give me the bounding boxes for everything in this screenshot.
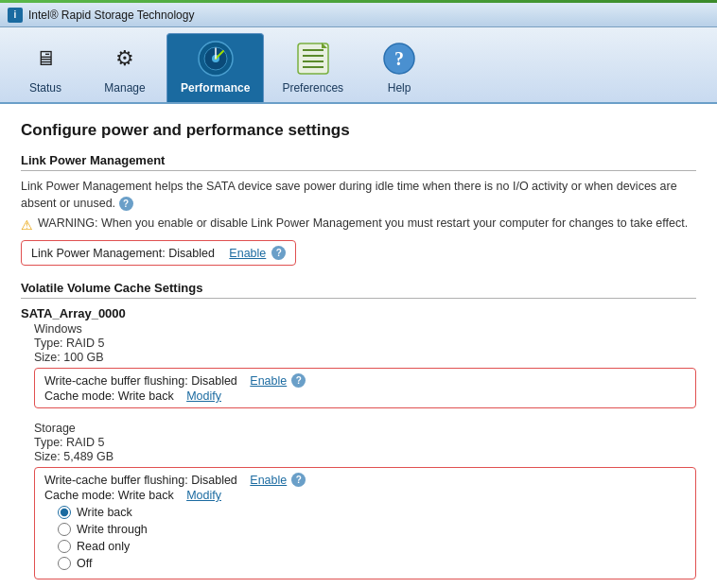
tab-help[interactable]: ? Help [361,33,437,102]
tab-manage[interactable]: ⚙ Manage [87,33,163,102]
manage-icon: ⚙ [106,40,144,78]
array-1-flush-label: Write-cache buffer flushing: Disabled [44,474,237,487]
array-1-flush-row: Write-cache buffer flushing: Disabled En… [44,473,686,487]
array-1-volume: Storage [34,422,696,435]
array-0-enable-link[interactable]: Enable [250,374,287,388]
lpm-status-box: Link Power Management: Disabled Enable ? [21,240,296,266]
radio-write-through: Write through [58,523,686,536]
lpm-help-icon[interactable]: ? [119,197,133,211]
array-1-mode-label: Cache mode: Write back [44,489,174,502]
array-0-name: SATA_Array_0000 [21,306,696,320]
array-0-flush-label: Write-cache buffer flushing: Disabled [44,374,237,388]
radio-write-back-input[interactable] [58,506,71,519]
help-icon: ? [380,40,418,78]
title-bar: i Intel® Rapid Storage Technology [0,3,717,27]
array-1-modify-link[interactable]: Modify [186,489,221,502]
tab-help-label: Help [388,81,411,95]
vvc-section-header: Volatile Volume Cache Settings [21,281,696,299]
array-1: Storage Type: RAID 5 Size: 5,489 GB Writ… [21,422,696,579]
array-0-mode-row: Cache mode: Write back Modify [44,389,686,403]
radio-read-only-input[interactable] [58,540,71,553]
tab-status[interactable]: 🖥 Status [8,33,83,102]
tab-performance-label: Performance [181,81,250,95]
radio-off-label: Off [77,557,92,570]
radio-write-through-input[interactable] [58,523,71,536]
tab-preferences[interactable]: Preferences [268,33,358,102]
tab-manage-label: Manage [104,81,145,95]
app-title: Intel® Rapid Storage Technology [28,9,194,22]
array-0-type: Type: RAID 5 [34,337,696,350]
array-1-size: Size: 5,489 GB [34,450,696,463]
status-icon: 🖥 [26,40,64,78]
app-icon: i [8,8,23,23]
array-0-volume: Windows [34,322,696,336]
array-0-modify-link[interactable]: Modify [186,389,221,403]
tab-preferences-label: Preferences [282,81,343,95]
array-1-flush-help[interactable]: ? [291,473,306,487]
lpm-enable-link[interactable]: Enable [229,247,266,260]
array-0-cache-box: Write-cache buffer flushing: Disabled En… [34,368,696,408]
array-0-flush-help[interactable]: ? [291,373,306,388]
array-0: SATA_Array_0000 Windows Type: RAID 5 Siz… [21,306,696,408]
array-1-mode-row: Cache mode: Write back Modify [44,489,686,502]
radio-read-only: Read only [58,540,686,553]
cache-mode-radio-group: Write back Write through Read only Off [58,506,686,570]
warning-icon: ⚠ [21,217,33,233]
lpm-status-text: Link Power Management: Disabled [31,247,215,260]
tab-performance[interactable]: Performance [166,33,264,102]
performance-icon [197,40,235,78]
lpm-box-help-icon[interactable]: ? [271,246,286,260]
tab-status-label: Status [29,81,61,95]
radio-off: Off [58,557,686,570]
array-0-flush-row: Write-cache buffer flushing: Disabled En… [44,373,686,388]
lpm-section-header: Link Power Management [21,153,696,171]
array-1-type: Type: RAID 5 [34,436,696,449]
array-1-enable-link[interactable]: Enable [250,474,287,487]
preferences-icon [294,40,332,78]
radio-write-back: Write back [58,506,686,519]
array-0-mode-label: Cache mode: Write back [44,389,174,403]
radio-off-input[interactable] [58,557,71,570]
nav-bar: 🖥 Status ⚙ Manage Performance [0,27,717,104]
array-0-size: Size: 100 GB [34,351,696,364]
radio-read-only-label: Read only [77,540,130,553]
page-title: Configure power and performance settings [21,121,696,140]
svg-text:?: ? [394,48,404,69]
lpm-description: Link Power Management helps the SATA dev… [21,179,696,212]
radio-write-through-label: Write through [77,523,148,536]
radio-write-back-label: Write back [77,506,132,519]
main-content: Configure power and performance settings… [0,104,717,588]
lpm-warning: ⚠ WARNING: When you enable or disable Li… [21,216,696,233]
array-1-cache-box: Write-cache buffer flushing: Disabled En… [34,467,696,579]
